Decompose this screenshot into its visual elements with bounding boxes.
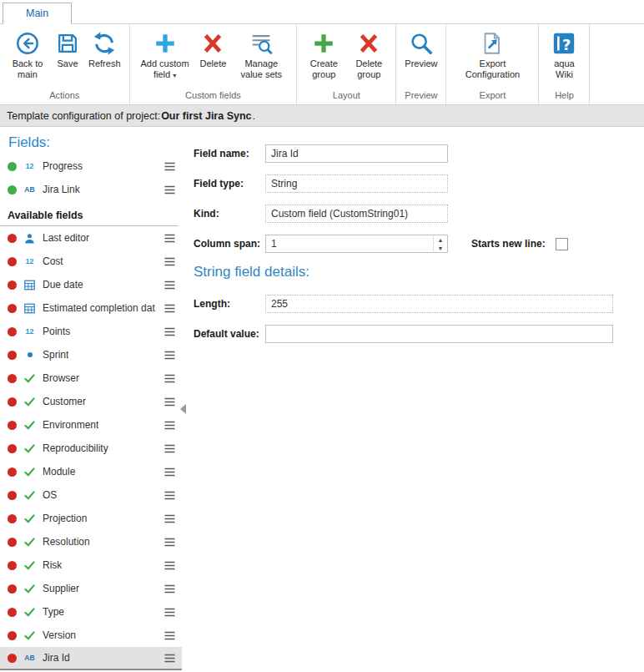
field-item-label: Supplier xyxy=(43,583,79,594)
drag-handle-icon[interactable] xyxy=(164,374,175,383)
drag-handle-icon[interactable] xyxy=(164,185,175,195)
field-available-status-icon xyxy=(8,491,17,500)
drag-handle-icon[interactable] xyxy=(164,421,175,430)
available-field-item[interactable]: Sprint xyxy=(0,343,182,366)
drag-handle-icon[interactable] xyxy=(164,397,175,407)
column-span-stepper[interactable]: 1 ▲ ▼ xyxy=(265,235,448,253)
save-button[interactable]: Save xyxy=(51,28,84,71)
drag-handle-icon[interactable] xyxy=(164,467,175,477)
available-field-item[interactable]: ABJira Id xyxy=(0,647,182,670)
spin-down-icon[interactable]: ▼ xyxy=(434,244,447,252)
drag-handle-icon[interactable] xyxy=(164,561,175,570)
create-group-button[interactable]: Create group xyxy=(301,28,346,82)
drag-handle-icon[interactable] xyxy=(164,280,175,290)
available-field-item[interactable]: Type xyxy=(0,600,182,624)
field-item-label: Last editor xyxy=(43,232,89,244)
preview-button[interactable]: Preview xyxy=(400,28,441,71)
check-type-icon xyxy=(23,491,37,500)
save-icon xyxy=(55,30,80,57)
available-field-item[interactable]: Browser xyxy=(0,366,182,390)
default-value-label: Default value: xyxy=(194,328,265,340)
field-type-input[interactable] xyxy=(265,174,448,193)
available-field-item[interactable]: Due date xyxy=(0,273,182,296)
field-available-status-icon xyxy=(8,514,17,523)
drag-handle-icon[interactable] xyxy=(164,327,175,336)
available-field-item[interactable]: Last editor xyxy=(0,226,182,250)
kind-label: Kind: xyxy=(194,208,265,220)
field-item-label: Risk xyxy=(43,559,62,571)
text-type-icon: AB xyxy=(23,654,37,662)
aqua-wiki-button[interactable]: ? aqua Wiki xyxy=(543,28,585,82)
field-item-label: Progress xyxy=(43,160,83,172)
value-sets-icon xyxy=(249,30,274,57)
field-item-label: Jira Id xyxy=(43,652,70,664)
drag-handle-icon[interactable] xyxy=(164,234,175,243)
drag-handle-icon[interactable] xyxy=(164,631,175,640)
drag-handle-icon[interactable] xyxy=(164,491,175,500)
available-field-item[interactable]: Risk xyxy=(0,553,182,577)
spin-up-icon[interactable]: ▲ xyxy=(434,235,447,244)
number-type-icon: 12 xyxy=(23,162,37,170)
delete-group-button[interactable]: Delete group xyxy=(346,28,391,82)
plus-icon xyxy=(153,30,178,57)
active-field-item[interactable]: 12Progress xyxy=(0,154,182,178)
question-icon: ? xyxy=(551,30,576,57)
drag-handle-icon[interactable] xyxy=(164,444,175,453)
default-value-input[interactable] xyxy=(265,325,613,343)
field-available-status-icon xyxy=(8,467,17,477)
field-item-label: Reproducibility xyxy=(43,442,108,454)
delete-button[interactable]: Delete xyxy=(196,28,231,71)
info-bar: Template configuration of project: Our f… xyxy=(0,105,644,127)
export-configuration-button[interactable]: Export Configuration xyxy=(450,28,534,82)
kind-input[interactable] xyxy=(265,205,448,223)
field-available-status-icon xyxy=(8,584,17,594)
tab-main[interactable]: Main xyxy=(3,3,72,24)
refresh-button[interactable]: Refresh xyxy=(84,28,125,71)
active-field-item[interactable]: ABJira Link xyxy=(0,178,182,201)
button-label: Delete group xyxy=(355,58,382,79)
drag-handle-icon[interactable] xyxy=(164,538,175,547)
info-bar-suffix: . xyxy=(253,110,255,122)
field-available-status-icon xyxy=(8,257,17,266)
available-field-item[interactable]: 12Cost xyxy=(0,250,182,273)
field-item-label: Type xyxy=(43,606,64,618)
available-field-item[interactable]: OS xyxy=(0,483,182,507)
x-icon xyxy=(356,30,381,57)
available-field-item[interactable]: Environment xyxy=(0,413,182,437)
splitter-collapse-icon[interactable] xyxy=(180,404,186,414)
length-label: Length: xyxy=(194,298,265,310)
available-field-item[interactable]: 12Points xyxy=(0,320,182,343)
add-custom-field-button[interactable]: Add custom field ▾ xyxy=(134,28,196,82)
check-type-icon xyxy=(23,631,37,640)
drag-handle-icon[interactable] xyxy=(164,608,175,617)
available-field-item[interactable]: Estimated completion dat xyxy=(0,296,182,320)
drag-handle-icon[interactable] xyxy=(164,162,175,171)
field-available-status-icon xyxy=(8,654,17,663)
field-available-status-icon xyxy=(8,538,17,547)
ribbon-group-label: Preview xyxy=(397,88,445,104)
drag-handle-icon[interactable] xyxy=(164,351,175,360)
available-field-item[interactable]: Version xyxy=(0,624,182,647)
starts-new-line-checkbox[interactable] xyxy=(556,238,568,250)
drag-handle-icon[interactable] xyxy=(164,654,175,663)
button-label: Refresh xyxy=(88,58,121,68)
available-field-item[interactable]: Reproducibility xyxy=(0,437,182,460)
manage-value-sets-button[interactable]: Manage value sets xyxy=(230,28,292,82)
available-field-item[interactable]: Module xyxy=(0,460,182,483)
available-field-item[interactable]: Supplier xyxy=(0,577,182,600)
drag-handle-icon[interactable] xyxy=(164,584,175,594)
back-to-main-button[interactable]: Back to main xyxy=(4,28,51,82)
field-available-status-icon xyxy=(8,608,17,617)
drag-handle-icon[interactable] xyxy=(164,257,175,266)
drag-handle-icon[interactable] xyxy=(164,304,175,313)
app-window: Main Back to main Save xyxy=(0,0,644,672)
available-field-item[interactable]: Resolution xyxy=(0,530,182,553)
drag-handle-icon[interactable] xyxy=(164,514,175,523)
available-field-item[interactable]: Projection xyxy=(0,507,182,530)
field-name-input[interactable] xyxy=(265,144,448,163)
available-field-item[interactable]: Customer xyxy=(0,390,182,413)
length-input[interactable] xyxy=(265,295,613,313)
date-type-icon xyxy=(23,303,37,314)
field-available-status-icon xyxy=(8,561,17,570)
x-icon xyxy=(200,30,225,57)
